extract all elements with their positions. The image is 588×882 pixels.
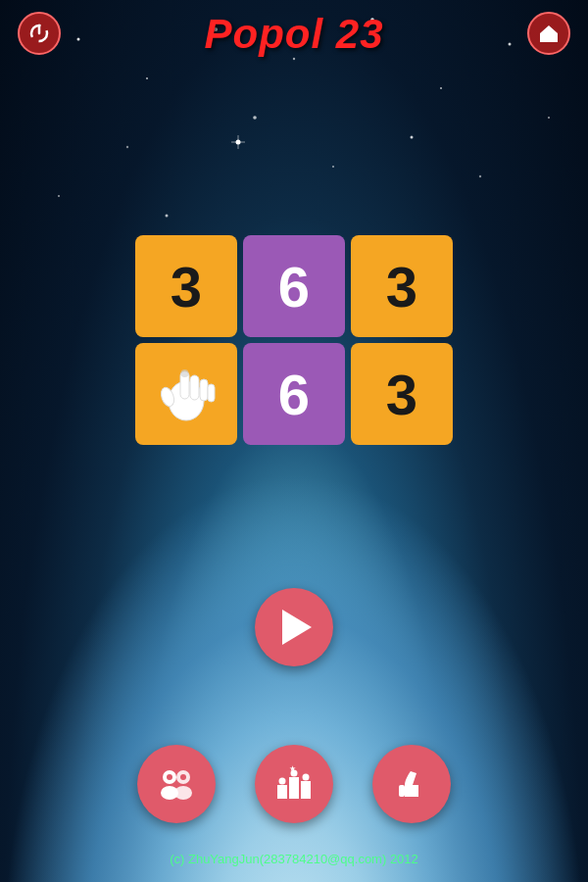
svg-rect-26 xyxy=(208,384,215,402)
svg-point-11 xyxy=(411,136,414,139)
svg-rect-41 xyxy=(399,785,405,797)
leaderboard-button[interactable]: ★ xyxy=(255,745,333,823)
svg-point-10 xyxy=(332,166,334,168)
home-icon xyxy=(538,23,560,44)
grid-cell-r0c1[interactable]: 6 xyxy=(243,235,345,337)
like-button[interactable] xyxy=(372,745,451,823)
svg-rect-34 xyxy=(277,785,287,799)
play-icon xyxy=(282,610,312,645)
svg-point-12 xyxy=(479,175,481,177)
bottom-buttons: ★ xyxy=(0,745,588,823)
svg-point-39 xyxy=(303,774,310,781)
svg-point-1 xyxy=(146,77,148,79)
home-button[interactable] xyxy=(527,12,570,55)
svg-point-31 xyxy=(174,786,192,800)
svg-rect-20 xyxy=(546,37,552,42)
svg-point-13 xyxy=(58,195,60,197)
svg-point-14 xyxy=(166,215,169,218)
svg-rect-24 xyxy=(190,375,199,400)
svg-point-7 xyxy=(548,117,550,119)
svg-point-8 xyxy=(126,146,128,148)
svg-point-9 xyxy=(253,116,257,120)
svg-text:★: ★ xyxy=(289,764,296,773)
play-button[interactable] xyxy=(255,588,333,666)
social-button[interactable] xyxy=(137,745,216,823)
svg-rect-36 xyxy=(301,781,311,799)
svg-point-32 xyxy=(167,774,172,780)
game-grid: 3 6 3 6 3 xyxy=(135,235,453,445)
grid-cell-r1c1[interactable]: 6 xyxy=(243,343,345,445)
copyright-text: (c) ZhuYangJun(283784210@qq.com) 2012 xyxy=(0,852,588,866)
leaderboard-icon: ★ xyxy=(273,763,315,805)
top-bar: Popol 23 xyxy=(0,0,588,69)
svg-rect-35 xyxy=(289,777,299,799)
app-title: Popol 23 xyxy=(204,11,383,58)
svg-point-27 xyxy=(181,369,189,377)
power-icon xyxy=(28,23,50,44)
svg-point-5 xyxy=(440,87,442,89)
svg-rect-25 xyxy=(200,379,208,401)
hand-cursor-icon xyxy=(152,360,220,428)
grid-cell-r0c2[interactable]: 3 xyxy=(351,235,453,337)
social-icon xyxy=(156,763,197,805)
svg-point-33 xyxy=(180,774,186,780)
thumbsup-icon xyxy=(391,763,432,805)
svg-point-37 xyxy=(279,778,286,785)
grid-cell-r1c2[interactable]: 3 xyxy=(351,343,453,445)
grid-cell-r0c0[interactable]: 3 xyxy=(135,235,237,337)
grid-cell-r1c0[interactable] xyxy=(135,343,237,445)
power-button[interactable] xyxy=(18,12,61,55)
